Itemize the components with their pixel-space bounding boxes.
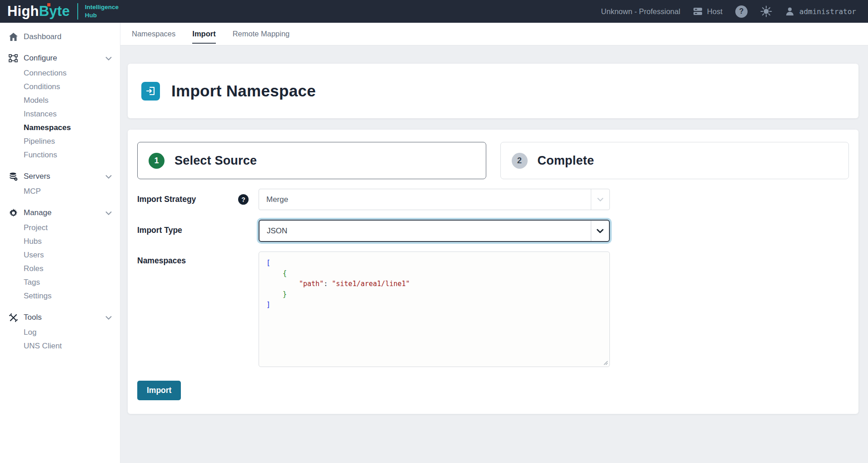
sidebar-item-log[interactable]: Log bbox=[0, 326, 120, 339]
tools-wrench-icon bbox=[8, 313, 18, 322]
sidebar: Dashboard Configure Connections Conditio… bbox=[0, 23, 120, 463]
import-type-label-cell: Import Type bbox=[137, 220, 259, 241]
topbar-right: Unknown - Professional Host ? administra… bbox=[601, 5, 856, 18]
username-label: administrator bbox=[799, 7, 856, 16]
import-button[interactable]: Import bbox=[137, 381, 181, 400]
chevron-down-icon bbox=[105, 211, 112, 215]
import-strategy-help-icon[interactable]: ? bbox=[238, 194, 249, 205]
tab-import[interactable]: Import bbox=[192, 23, 215, 45]
import-icon bbox=[141, 82, 160, 101]
user-menu[interactable]: administrator bbox=[785, 6, 856, 16]
sidebar-item-pipelines[interactable]: Pipelines bbox=[0, 135, 120, 148]
sidebar-section-manage[interactable]: Manage bbox=[0, 206, 120, 220]
chevron-down-icon bbox=[105, 56, 112, 60]
page-header-card: Import Namespace bbox=[128, 64, 858, 118]
sidebar-item-connections[interactable]: Connections bbox=[0, 66, 120, 80]
sidebar-item-dashboard[interactable]: Dashboard bbox=[0, 30, 120, 44]
sidebar-item-settings[interactable]: Settings bbox=[0, 289, 120, 303]
chevron-down-icon bbox=[591, 189, 609, 210]
sidebar-item-conditions[interactable]: Conditions bbox=[0, 80, 120, 94]
namespaces-row: Namespaces [ { "path": "site1/area1/line… bbox=[137, 252, 849, 367]
sidebar-section-servers[interactable]: Servers bbox=[0, 170, 120, 183]
sidebar-item-tags[interactable]: Tags bbox=[0, 276, 120, 289]
help-icon[interactable]: ? bbox=[735, 5, 748, 18]
active-tab-underline bbox=[192, 43, 215, 44]
user-icon bbox=[785, 6, 795, 16]
host-button[interactable]: Host bbox=[693, 7, 723, 16]
content: Import Namespace 1 Select Source 2 Compl… bbox=[120, 64, 868, 414]
sidebar-item-mcp[interactable]: MCP bbox=[0, 185, 120, 198]
sidebar-item-roles[interactable]: Roles bbox=[0, 262, 120, 276]
gear-icon bbox=[8, 209, 18, 217]
import-form-card: 1 Select Source 2 Complete Import Strate… bbox=[128, 130, 858, 414]
chevron-down-icon bbox=[105, 316, 112, 320]
logo-red-dot bbox=[47, 3, 50, 6]
import-strategy-select[interactable]: Merge bbox=[259, 189, 610, 210]
topbar: HighByte Intelligence Hub Unknown - Prof… bbox=[0, 0, 868, 23]
logo-high: High bbox=[7, 3, 39, 19]
tab-namespaces[interactable]: Namespaces bbox=[132, 23, 175, 45]
import-type-select[interactable]: JSON bbox=[259, 220, 610, 242]
servers-database-icon bbox=[8, 172, 18, 181]
chevron-down-icon bbox=[105, 175, 112, 179]
logo-wordmark: HighByte bbox=[7, 3, 70, 20]
home-icon bbox=[8, 33, 18, 41]
host-label: Host bbox=[707, 7, 723, 16]
step-1-badge: 1 bbox=[149, 153, 165, 169]
wizard-steps: 1 Select Source 2 Complete bbox=[137, 142, 849, 179]
tabbar: Namespaces Import Remote Mapping bbox=[120, 23, 868, 45]
page-title: Import Namespace bbox=[171, 82, 316, 100]
resize-handle[interactable] bbox=[604, 361, 608, 365]
configure-model-icon bbox=[8, 54, 18, 62]
sidebar-section-tools[interactable]: Tools bbox=[0, 311, 120, 324]
import-type-row: Import Type JSON bbox=[137, 220, 849, 242]
namespaces-json-editor[interactable]: [ { "path": "site1/area1/line1" } ] bbox=[259, 252, 610, 367]
sidebar-item-uns-client[interactable]: UNS Client bbox=[0, 339, 120, 353]
sidebar-section-configure[interactable]: Configure bbox=[0, 51, 120, 65]
step-2-badge: 2 bbox=[512, 153, 528, 169]
sidebar-item-project[interactable]: Project bbox=[0, 221, 120, 235]
step-complete[interactable]: 2 Complete bbox=[500, 142, 849, 179]
step-select-source[interactable]: 1 Select Source bbox=[137, 142, 486, 179]
brand-logo[interactable]: HighByte Intelligence Hub bbox=[7, 3, 119, 20]
sidebar-item-instances[interactable]: Instances bbox=[0, 107, 120, 121]
chevron-down-icon bbox=[591, 221, 609, 241]
server-stack-icon bbox=[693, 7, 703, 15]
tab-remote-mapping[interactable]: Remote Mapping bbox=[233, 23, 290, 45]
import-strategy-row: Import Strategy ? Merge bbox=[137, 189, 849, 210]
sidebar-item-namespaces[interactable]: Namespaces bbox=[0, 121, 120, 135]
product-name: Intelligence Hub bbox=[85, 3, 119, 19]
main-area: Namespaces Import Remote Mapping Import … bbox=[120, 23, 868, 463]
brand-divider bbox=[77, 3, 78, 20]
sidebar-item-users[interactable]: Users bbox=[0, 248, 120, 262]
logo-byte: Byte bbox=[39, 3, 70, 19]
namespaces-label-cell: Namespaces bbox=[137, 252, 259, 273]
theme-sun-icon[interactable] bbox=[760, 5, 772, 17]
import-strategy-label-cell: Import Strategy ? bbox=[137, 189, 259, 210]
sidebar-item-hubs[interactable]: Hubs bbox=[0, 235, 120, 248]
license-label: Unknown - Professional bbox=[601, 7, 680, 16]
sidebar-item-functions[interactable]: Functions bbox=[0, 148, 120, 162]
sidebar-item-models[interactable]: Models bbox=[0, 94, 120, 107]
